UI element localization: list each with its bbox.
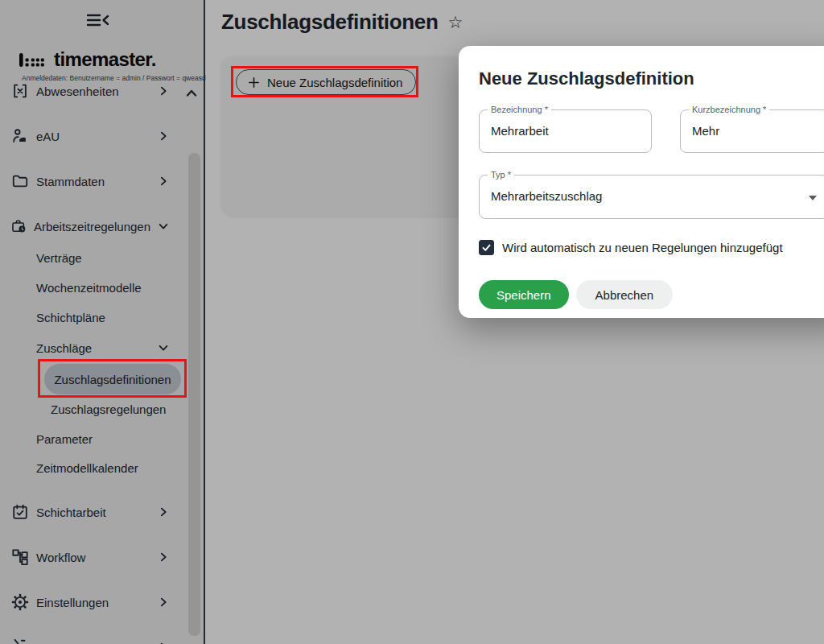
dialog-title: Neue Zuschlagsdefinition (479, 68, 694, 89)
checkbox-label: Wird automatisch zu neuen Regelungen hin… (502, 241, 783, 254)
bezeichnung-label: Bezeichnung * (488, 105, 551, 114)
kurzbezeichnung-value: Mehr (681, 110, 824, 152)
dialog-field-row: Bezeichnung * Mehrarbeit Kurzbezeichnung… (479, 109, 824, 153)
kurzbezeichnung-field[interactable]: Kurzbezeichnung * Mehr (680, 109, 824, 153)
bezeichnung-field[interactable]: Bezeichnung * Mehrarbeit (479, 109, 652, 153)
kurzbezeichnung-label: Kurzbezeichnung * (689, 105, 769, 114)
typ-label: Typ * (488, 170, 514, 180)
new-zuschlagsdefinition-dialog: Neue Zuschlagsdefinition Bezeichnung * M… (459, 46, 824, 318)
typ-value: Mehrarbeitszuschlag (480, 175, 824, 217)
checkbox-checked-icon[interactable] (479, 240, 494, 255)
dialog-buttons: Speichern Abbrechen (479, 280, 673, 309)
bezeichnung-value: Mehrarbeit (480, 110, 651, 152)
save-button[interactable]: Speichern (479, 280, 569, 309)
cancel-button[interactable]: Abbrechen (576, 280, 674, 309)
typ-select[interactable]: Typ * Mehrarbeitszuschlag (479, 175, 824, 219)
dropdown-arrow-icon (809, 196, 817, 200)
auto-add-checkbox-row[interactable]: Wird automatisch zu neuen Regelungen hin… (479, 240, 783, 255)
app-screen: Zuschlagsdefinitionen ☆ Neue Zuschlagsde… (0, 0, 824, 644)
